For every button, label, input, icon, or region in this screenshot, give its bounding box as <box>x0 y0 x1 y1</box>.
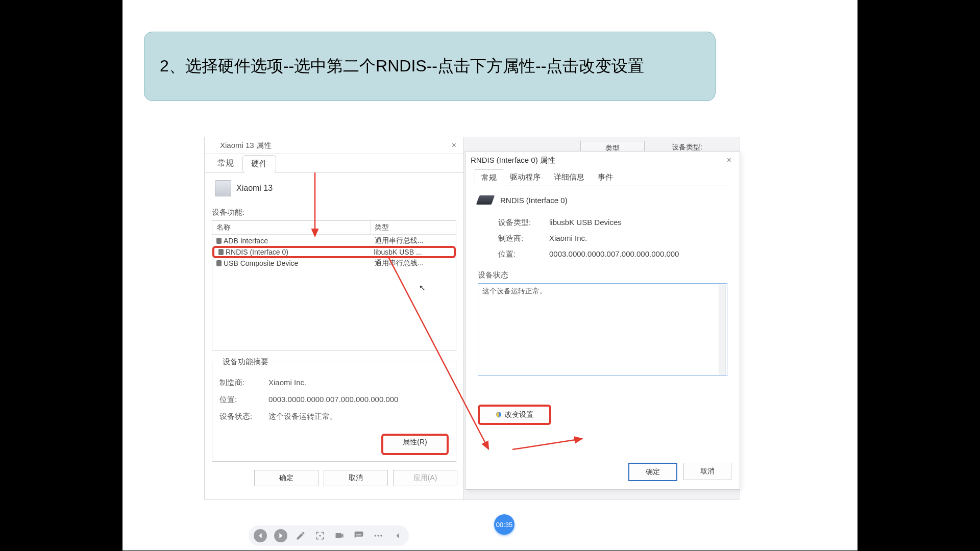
ok-button[interactable]: 确定 <box>254 470 318 486</box>
tab-general[interactable]: 常规 <box>209 155 242 172</box>
video-timestamp: 00:35 <box>494 514 514 535</box>
device-function-summary: 设备功能摘要 制造商:Xiaomi Inc. 位置:0003.0000.0000… <box>212 362 456 462</box>
instruction-callout: 2、选择硬件选项--选中第二个RNDIS--点击下方属性--点击改变设置 <box>144 32 716 101</box>
player-toolbar <box>249 525 409 546</box>
tab-hardware[interactable]: 硬件 <box>242 155 276 173</box>
close-icon[interactable]: × <box>724 156 734 165</box>
usb-icon <box>216 260 222 266</box>
mouse-cursor-icon: ↖ <box>419 283 426 292</box>
previous-button[interactable] <box>254 529 267 542</box>
shield-icon <box>496 411 502 418</box>
apply-button: 应用(A) <box>393 470 457 486</box>
edit-icon[interactable] <box>295 529 307 542</box>
device-name: RNDIS (Interface 0) <box>500 196 568 205</box>
tabs-row: 常规 硬件 <box>205 154 463 173</box>
col-name: 名称 <box>212 221 371 234</box>
svg-point-5 <box>380 535 382 536</box>
device-status-textarea[interactable]: 这个设备运转正常。 <box>478 283 727 376</box>
tab-driver[interactable]: 驱动程序 <box>503 169 547 186</box>
tabs-row: 常规 驱动程序 详细信息 事件 <box>475 169 730 186</box>
tab-details[interactable]: 详细信息 <box>547 169 591 186</box>
usb-icon <box>216 238 222 244</box>
camera-icon[interactable] <box>333 529 346 542</box>
summary-title: 设备功能摘要 <box>220 357 271 367</box>
device-icon <box>209 141 217 149</box>
device-status-label: 设备状态 <box>478 270 727 280</box>
presentation-slide: 2、选择硬件选项--选中第二个RNDIS--点击下方属性--点击改变设置 类型 … <box>122 0 857 550</box>
device-functions-list[interactable]: 名称 类型 ADB Interface 通用串行总线... RNDIS (Int… <box>212 220 456 350</box>
cancel-button[interactable]: 取消 <box>683 463 731 480</box>
dialog-button-row: 确定 取消 应用(A) <box>205 465 463 489</box>
play-button[interactable] <box>274 529 287 542</box>
cancel-button[interactable]: 取消 <box>324 470 388 486</box>
instruction-text: 2、选择硬件选项--选中第二个RNDIS--点击下方属性--点击改变设置 <box>160 55 644 78</box>
comment-icon[interactable] <box>353 529 365 542</box>
device-properties-window: Xiaomi 13 属性 × 常规 硬件 Xiaomi 13 设备功能: 名称 … <box>204 137 464 500</box>
tab-general[interactable]: 常规 <box>475 169 503 186</box>
collapse-chevron-icon[interactable] <box>391 529 404 542</box>
titlebar: RNDIS (Interface 0) 属性 × <box>465 152 740 169</box>
window-title: RNDIS (Interface 0) 属性 <box>471 156 555 165</box>
list-item-selected-rndis[interactable]: RNDIS (Interface 0) libusbK USB ... <box>212 246 456 258</box>
network-adapter-icon <box>476 195 495 205</box>
svg-point-4 <box>377 535 379 536</box>
device-name: Xiaomi 13 <box>236 184 273 193</box>
titlebar: Xiaomi 13 属性 × <box>205 137 463 154</box>
tab-events[interactable]: 事件 <box>591 169 620 186</box>
close-icon[interactable]: × <box>449 141 459 150</box>
ok-button[interactable]: 确定 <box>628 463 677 481</box>
device-functions-label: 设备功能: <box>212 208 456 217</box>
list-item[interactable]: ADB Interface 通用串行总线... <box>212 235 456 247</box>
list-header: 名称 类型 <box>212 221 456 235</box>
change-settings-button[interactable]: 改变设置 <box>478 405 551 425</box>
col-type: 类型 <box>371 221 456 234</box>
more-icon[interactable] <box>372 529 384 542</box>
focus-icon[interactable] <box>314 529 326 542</box>
usb-icon <box>218 249 224 255</box>
list-item[interactable]: USB Composite Device 通用串行总线... <box>212 257 456 269</box>
svg-point-3 <box>375 535 376 536</box>
scrollbar[interactable] <box>719 285 726 374</box>
rndis-properties-window: RNDIS (Interface 0) 属性 × 常规 驱动程序 详细信息 事件… <box>465 151 740 490</box>
window-title: Xiaomi 13 属性 <box>220 141 272 151</box>
device-icon <box>215 180 231 196</box>
properties-button[interactable]: 属性(R) <box>381 434 449 455</box>
